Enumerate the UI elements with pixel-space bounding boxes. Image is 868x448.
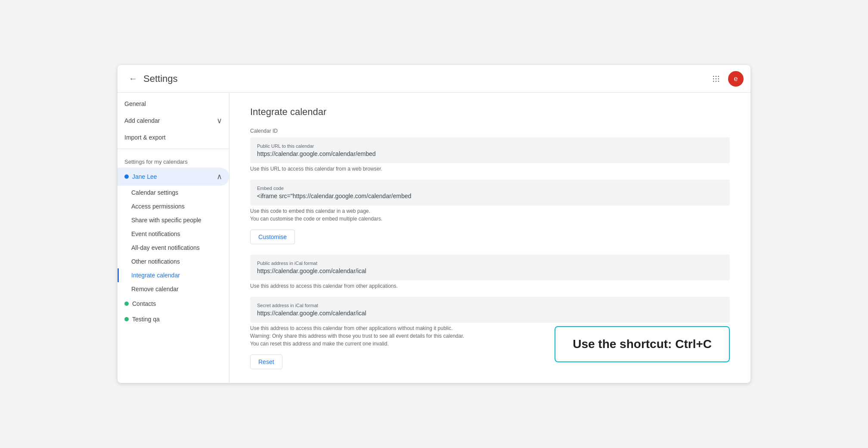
sidebar-item-jane-lee[interactable]: Jane Lee ∧ [118,168,229,186]
ical-secret-helper-3: You can reset this address and make the … [250,341,389,347]
embed-code-helper: Use this code to embed this calendar in … [250,207,730,223]
public-url-label: Public URL to this calendar [257,143,723,149]
integrate-calendar-label: Integrate calendar [131,272,180,279]
embed-code-value[interactable]: <iframe src="https://calendar.google.com… [257,193,723,199]
svg-point-2 [718,75,719,77]
embed-helper-2: You can customise the code or embed mult… [250,216,382,222]
event-notifications-label: Event notifications [131,230,180,237]
ical-secret-value[interactable]: https://calendar.google.com/calendar/ica… [257,310,723,317]
divider [118,149,229,149]
ical-public-label: Public address in iCal format [257,261,723,266]
sidebar-item-add-calendar[interactable]: Add calendar ∨ [118,112,229,130]
svg-point-4 [716,78,717,79]
jane-lee-label: Jane Lee [132,173,157,180]
settings-section-header: Settings for my calendars [118,152,229,168]
embed-code-box: Embed code <iframe src="https://calendar… [250,180,730,205]
import-export-label: Import & export [124,134,166,141]
chevron-up-icon: ∧ [217,172,222,181]
public-url-box: Public URL to this calendar https://cale… [250,137,730,163]
testing-qa-label: Testing qa [132,316,160,323]
main-window: ← Settings e General Add calendar ∨ [118,65,750,383]
top-bar: ← Settings e [118,65,750,93]
svg-point-8 [718,81,719,82]
svg-point-3 [713,78,714,79]
chevron-down-icon: ∨ [217,116,222,125]
calendar-settings-label: Calendar settings [131,189,178,196]
contacts-label: Contacts [132,300,156,307]
reset-button[interactable]: Reset [250,355,282,369]
body: General Add calendar ∨ Import & export S… [118,93,750,383]
ical-secret-helper-2: Warning: Only share this address with th… [250,333,464,339]
ical-public-box: Public address in iCal format https://ca… [250,255,730,280]
sidebar: General Add calendar ∨ Import & export S… [118,93,229,383]
calendar-id-label: Calendar ID [250,128,730,134]
allday-notifications-label: All-day event notifications [131,244,200,251]
shortcut-text: Use the shortcut: Ctrl+C [573,337,712,351]
user-avatar[interactable]: e [728,71,744,87]
sub-item-calendar-settings[interactable]: Calendar settings [118,186,229,199]
general-label: General [124,100,146,107]
main-title: Integrate calendar [250,106,730,118]
sidebar-item-import-export[interactable]: Import & export [118,130,229,145]
avatar-label: e [734,75,738,83]
public-url-value[interactable]: https://calendar.google.com/calendar/emb… [257,150,723,157]
svg-point-6 [713,81,714,82]
svg-point-7 [716,81,717,82]
embed-helper-1: Use this code to embed this calendar in … [250,208,370,214]
svg-point-5 [718,78,719,79]
sub-item-other-notifications[interactable]: Other notifications [118,255,229,268]
add-calendar-label: Add calendar [124,117,160,124]
main-content: Integrate calendar Calendar ID Public UR… [229,93,750,383]
contacts-dot [124,302,129,306]
jane-lee-sub-items: Calendar settings Access permissions Sha… [118,186,229,296]
jane-lee-dot [124,174,129,179]
back-button[interactable]: ← [124,70,142,87]
svg-point-0 [713,75,714,77]
sub-item-event-notifications[interactable]: Event notifications [118,227,229,241]
ical-public-helper: Use this address to access this calendar… [250,282,730,290]
ical-public-value[interactable]: https://calendar.google.com/calendar/ica… [257,268,723,274]
svg-point-1 [716,75,717,77]
ical-secret-helper-1: Use this address to access this calendar… [250,325,453,331]
sub-item-access-permissions[interactable]: Access permissions [118,199,229,213]
other-notifications-label: Other notifications [131,258,180,265]
sub-item-remove-calendar[interactable]: Remove calendar [118,282,229,296]
access-permissions-label: Access permissions [131,203,185,210]
sidebar-item-testing-qa[interactable]: Testing qa [118,311,229,327]
sub-item-allday-notifications[interactable]: All-day event notifications [118,241,229,255]
public-url-helper: Use this URL to access this calendar fro… [250,165,730,173]
share-with-label: Share with specific people [131,217,202,224]
apps-grid-button[interactable] [707,70,725,87]
customise-button[interactable]: Customise [250,230,295,244]
testing-qa-dot [124,317,129,321]
back-icon: ← [129,74,137,84]
embed-code-label: Embed code [257,186,723,191]
apps-grid-icon [712,75,720,83]
page-title: Settings [143,73,178,84]
shortcut-box: Use the shortcut: Ctrl+C [555,326,730,362]
sidebar-item-contacts[interactable]: Contacts [118,296,229,311]
sub-item-integrate-calendar[interactable]: Integrate calendar [118,268,229,282]
sub-item-share-with[interactable]: Share with specific people [118,213,229,227]
ical-secret-label: Secret address in iCal format [257,303,723,308]
remove-calendar-label: Remove calendar [131,286,179,292]
sidebar-item-general[interactable]: General [118,96,229,112]
ical-secret-box: Secret address in iCal format https://ca… [250,297,730,323]
